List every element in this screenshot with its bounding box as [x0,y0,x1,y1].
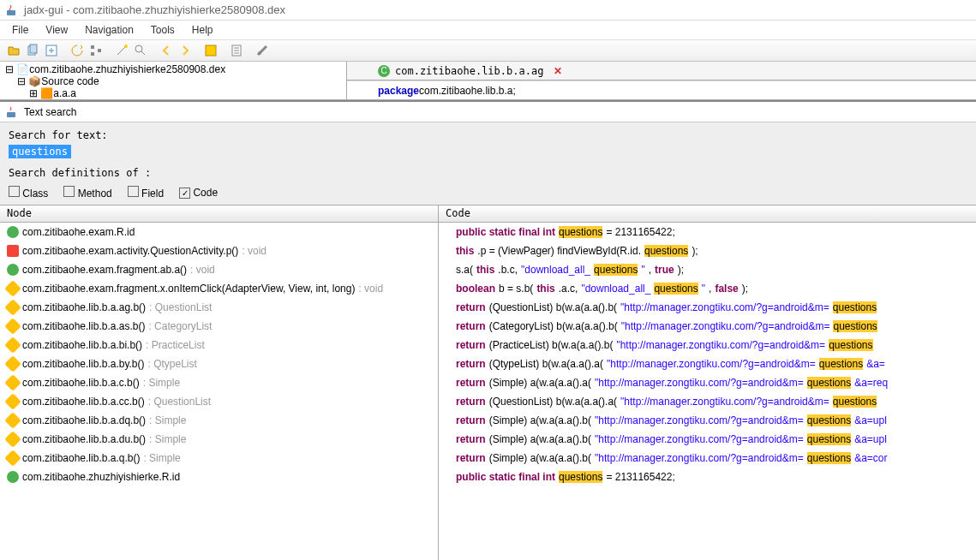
dialog-title: Text search [24,106,76,118]
result-code-row[interactable]: return (Simple) a(w.a(a.a().b("http://ma… [439,430,976,449]
svg-rect-4 [91,45,94,49]
checkbox-code[interactable]: ✓ Code [179,187,218,199]
export-icon[interactable] [43,42,60,59]
svg-rect-6 [98,49,101,52]
search-input[interactable]: questions [9,145,71,158]
log-icon[interactable] [228,42,245,59]
method-icon [4,337,21,354]
result-code-row[interactable]: return (QuestionList) b(w.a(a.a().b("htt… [439,298,976,317]
menu-help[interactable]: Help [185,22,220,38]
window-titlebar: jadx-gui - com.zitibaohe.zhuzhiyishierke… [0,0,976,21]
result-node-row[interactable]: com.zitibaohe.zhuzhiyishierke.R.id [0,468,438,486]
result-node-row[interactable]: com.zitibaohe.lib.b.a.c.b() : Simple [0,373,438,392]
search-label: Search for text: [9,129,967,141]
method-icon [4,299,21,316]
svg-rect-9 [206,45,216,56]
result-code-row[interactable]: this.p = (ViewPager) findViewById(R.id.q… [439,241,976,260]
open-icon[interactable] [5,42,22,59]
node-header[interactable]: Node [0,206,438,223]
method-icon [4,355,21,372]
editor-tab[interactable]: C com.zitibaohe.lib.b.a.ag ✕ [347,62,976,80]
result-code-row[interactable]: public static final int questions = 2131… [439,223,976,241]
code-header[interactable]: Code [439,206,976,223]
checkbox-class[interactable]: Class [9,186,48,200]
result-code-row[interactable]: return (QtypeList) b(w.a(a.a().a("http:/… [439,354,976,373]
menu-navigation[interactable]: Navigation [78,22,141,38]
flatten-icon[interactable] [87,42,105,59]
result-node-row[interactable]: com.zitibaohe.exam.R.id [0,223,438,241]
result-code-row[interactable]: s.a(this.b.c, "download_all_questions", … [439,260,976,279]
method-icon [4,412,21,429]
results-node-column[interactable]: Node com.zitibaohe.exam.R.idcom.zitibaoh… [0,206,439,560]
field-icon [7,245,19,257]
sync-icon[interactable] [69,42,86,59]
class-icon: C [378,65,390,77]
deobf-icon[interactable] [202,42,219,59]
svg-rect-0 [7,10,15,15]
checkbox-method[interactable]: Method [63,186,111,200]
dialog-titlebar: Text search [0,102,976,122]
result-node-row[interactable]: com.zitibaohe.lib.b.a.dq.b() : Simple [0,411,438,430]
method-icon [4,374,21,391]
result-code-row[interactable]: return (CategoryList) b(w.a(a.a().b("htt… [439,317,976,336]
checkbox-field[interactable]: Field [128,186,164,200]
menu-file[interactable]: File [5,22,35,38]
class-icon [7,226,19,238]
search-icon[interactable] [132,42,149,59]
result-code-row[interactable]: return (QuestionList) b(w.a(a.a().a("htt… [439,392,976,411]
java-icon [5,3,19,17]
svg-rect-2 [30,45,37,53]
result-node-row[interactable]: com.zitibaohe.lib.b.a.as.b() : CategoryL… [0,317,438,336]
svg-rect-12 [7,112,15,117]
close-icon[interactable]: ✕ [554,65,562,77]
menu-tools[interactable]: Tools [144,22,182,38]
method-icon [4,431,21,448]
settings-icon[interactable] [254,42,271,59]
result-node-row[interactable]: com.zitibaohe.lib.b.a.q.b() : Simple [0,449,438,468]
definitions-label: Search definitions of : [9,167,967,179]
menu-view[interactable]: View [39,22,75,38]
class-icon [7,471,19,483]
result-node-row[interactable]: com.zitibaohe.exam.fragment.x.onItemClic… [0,279,438,298]
java-icon [5,105,19,119]
menubar: File View Navigation Tools Help [0,21,976,39]
editor-line: package com.zitibaohe.lib.b.a; [347,80,976,99]
result-code-row[interactable]: public static final int questions = 2131… [439,468,976,486]
result-node-row[interactable]: com.zitibaohe.lib.b.a.cc.b() : QuestionL… [0,392,438,411]
tree-source[interactable]: ⊟ 📦 Source code [5,75,341,87]
tree-root[interactable]: ⊟ 📄 com.zitibaohe.zhuzhiyishierke2580908… [5,63,341,75]
result-node-row[interactable]: com.zitibaohe.lib.b.a.by.b() : QtypeList [0,354,438,373]
result-node-row[interactable]: com.zitibaohe.lib.b.a.du.b() : Simple [0,430,438,449]
result-code-row[interactable]: return (Simple) a(w.a(a.a().b("http://ma… [439,411,976,430]
result-node-row[interactable]: com.zitibaohe.lib.b.a.bi.b() : PracticeL… [0,336,438,354]
window-title: jadx-gui - com.zitibaohe.zhuzhiyishierke… [24,3,285,16]
svg-point-8 [135,45,142,52]
result-code-row[interactable]: return (PracticeList) b(w.a(a.a().b("htt… [439,336,976,354]
result-code-row[interactable]: return (Simple) a(w.a(a.a().a("http://ma… [439,373,976,392]
forward-icon[interactable] [177,42,194,59]
class-icon [7,264,19,276]
wand-icon[interactable] [113,42,130,59]
result-code-row[interactable]: boolean b = s.b(this.a.c, "download_all_… [439,279,976,298]
result-node-row[interactable]: com.zitibaohe.exam.activity.QuestionActi… [0,241,438,260]
tree-pane[interactable]: ⊟ 📄 com.zitibaohe.zhuzhiyishierke2580908… [0,62,347,99]
results-code-column[interactable]: Code public static final int questions =… [439,206,976,560]
svg-point-11 [258,51,261,55]
result-node-row[interactable]: com.zitibaohe.lib.b.a.ag.b() : QuestionL… [0,298,438,317]
toolbar [0,39,976,62]
copy-icon[interactable] [24,42,41,59]
tree-pkg[interactable]: ⊞ 🟧 a.a.a [5,87,341,99]
svg-point-7 [124,45,128,48]
back-icon[interactable] [158,42,175,59]
svg-rect-5 [91,52,94,56]
method-icon [4,450,21,467]
method-icon [4,393,21,410]
method-icon [4,280,21,297]
tab-label: com.zitibaohe.lib.b.a.ag [395,65,543,77]
result-node-row[interactable]: com.zitibaohe.exam.fragment.ab.a() : voi… [0,260,438,279]
result-code-row[interactable]: return (Simple) a(w.a(a.a().b("http://ma… [439,449,976,468]
method-icon [4,318,21,335]
